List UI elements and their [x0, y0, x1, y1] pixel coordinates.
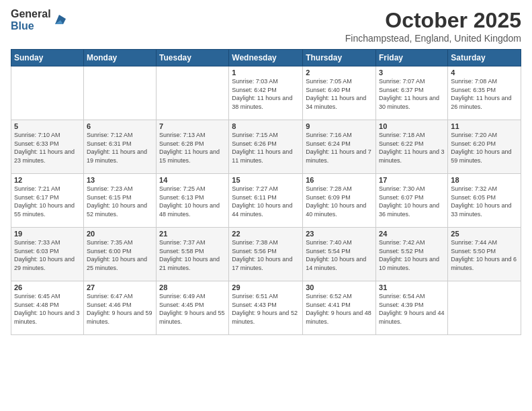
calendar-cell [83, 66, 156, 120]
weekday-header-wednesday: Wednesday [229, 50, 303, 66]
calendar-cell: 9Sunrise: 7:16 AM Sunset: 6:24 PM Daylig… [303, 120, 376, 174]
day-info: Sunrise: 6:47 AM Sunset: 4:46 PM Dayligh… [87, 292, 153, 326]
logo-blue-text: Blue [11, 20, 51, 32]
day-number: 15 [232, 176, 300, 184]
calendar-cell: 31Sunrise: 6:54 AM Sunset: 4:39 PM Dayli… [376, 281, 448, 335]
calendar-week-row: 26Sunrise: 6:45 AM Sunset: 4:48 PM Dayli… [11, 281, 521, 335]
day-number: 12 [14, 176, 81, 184]
day-info: Sunrise: 7:15 AM Sunset: 6:26 PM Dayligh… [232, 131, 300, 165]
calendar-cell: 4Sunrise: 7:08 AM Sunset: 6:35 PM Daylig… [448, 66, 521, 120]
month-title: October 2025 [345, 8, 521, 33]
day-info: Sunrise: 7:21 AM Sunset: 6:17 PM Dayligh… [14, 185, 81, 218]
calendar-cell: 23Sunrise: 7:40 AM Sunset: 5:54 PM Dayli… [303, 228, 376, 281]
day-info: Sunrise: 7:42 AM Sunset: 5:52 PM Dayligh… [379, 238, 445, 272]
calendar-table: SundayMondayTuesdayWednesdayThursdayFrid… [11, 49, 521, 335]
title-block: October 2025 Finchampstead, England, Uni… [345, 8, 521, 44]
weekday-header-friday: Friday [376, 50, 448, 66]
day-info: Sunrise: 7:32 AM Sunset: 6:05 PM Dayligh… [451, 185, 518, 218]
calendar-cell [448, 281, 521, 335]
day-number: 22 [232, 230, 300, 238]
day-number: 24 [379, 230, 445, 238]
calendar-cell: 28Sunrise: 6:49 AM Sunset: 4:45 PM Dayli… [157, 281, 229, 335]
calendar-cell: 24Sunrise: 7:42 AM Sunset: 5:52 PM Dayli… [376, 228, 448, 281]
day-info: Sunrise: 6:52 AM Sunset: 4:41 PM Dayligh… [306, 292, 373, 326]
calendar-cell: 20Sunrise: 7:35 AM Sunset: 6:00 PM Dayli… [83, 228, 156, 281]
day-number: 20 [87, 230, 153, 238]
calendar-cell: 29Sunrise: 6:51 AM Sunset: 4:43 PM Dayli… [229, 281, 303, 335]
calendar-cell: 15Sunrise: 7:27 AM Sunset: 6:11 PM Dayli… [229, 174, 303, 228]
day-number: 8 [232, 122, 300, 130]
day-info: Sunrise: 7:40 AM Sunset: 5:54 PM Dayligh… [306, 238, 373, 272]
day-info: Sunrise: 7:33 AM Sunset: 6:03 PM Dayligh… [14, 238, 81, 272]
day-info: Sunrise: 7:18 AM Sunset: 6:22 PM Dayligh… [379, 131, 445, 165]
calendar-cell: 5Sunrise: 7:10 AM Sunset: 6:33 PM Daylig… [11, 120, 84, 174]
calendar-cell: 17Sunrise: 7:30 AM Sunset: 6:07 PM Dayli… [376, 174, 448, 228]
calendar-cell: 6Sunrise: 7:12 AM Sunset: 6:31 PM Daylig… [83, 120, 156, 174]
day-number: 11 [451, 122, 518, 130]
day-number: 21 [159, 230, 226, 238]
day-info: Sunrise: 7:13 AM Sunset: 6:28 PM Dayligh… [159, 131, 226, 165]
day-number: 2 [306, 68, 373, 77]
calendar-cell: 21Sunrise: 7:37 AM Sunset: 5:58 PM Dayli… [157, 228, 229, 281]
calendar-cell: 10Sunrise: 7:18 AM Sunset: 6:22 PM Dayli… [376, 120, 448, 174]
weekday-header-thursday: Thursday [303, 50, 376, 66]
calendar-cell: 19Sunrise: 7:33 AM Sunset: 6:03 PM Dayli… [11, 228, 84, 281]
calendar-cell: 11Sunrise: 7:20 AM Sunset: 6:20 PM Dayli… [448, 120, 521, 174]
day-number: 18 [451, 176, 518, 184]
day-number: 19 [14, 230, 81, 238]
day-number: 13 [87, 176, 153, 184]
day-info: Sunrise: 6:49 AM Sunset: 4:45 PM Dayligh… [159, 292, 226, 326]
calendar-cell: 18Sunrise: 7:32 AM Sunset: 6:05 PM Dayli… [448, 174, 521, 228]
calendar-cell: 14Sunrise: 7:25 AM Sunset: 6:13 PM Dayli… [157, 174, 229, 228]
day-info: Sunrise: 7:07 AM Sunset: 6:37 PM Dayligh… [379, 77, 445, 111]
day-number: 28 [159, 283, 226, 291]
calendar-cell: 16Sunrise: 7:28 AM Sunset: 6:09 PM Dayli… [303, 174, 376, 228]
day-number: 23 [306, 230, 373, 238]
logo-general-text: General [11, 8, 51, 20]
day-info: Sunrise: 7:37 AM Sunset: 5:58 PM Dayligh… [159, 238, 226, 272]
location: Finchampstead, England, United Kingdom [345, 33, 521, 44]
calendar-cell [11, 66, 84, 120]
weekday-header-monday: Monday [83, 50, 156, 66]
day-info: Sunrise: 7:12 AM Sunset: 6:31 PM Dayligh… [87, 131, 153, 165]
weekday-header-tuesday: Tuesday [157, 50, 229, 66]
page: General Blue October 2025 Finchampstead,… [0, 0, 532, 411]
day-number: 25 [451, 230, 518, 238]
calendar-week-row: 12Sunrise: 7:21 AM Sunset: 6:17 PM Dayli… [11, 174, 521, 228]
day-info: Sunrise: 6:45 AM Sunset: 4:48 PM Dayligh… [14, 292, 81, 326]
day-info: Sunrise: 7:35 AM Sunset: 6:00 PM Dayligh… [87, 238, 153, 272]
day-number: 4 [451, 68, 518, 77]
weekday-header-saturday: Saturday [448, 50, 521, 66]
day-info: Sunrise: 7:28 AM Sunset: 6:09 PM Dayligh… [306, 185, 373, 218]
day-info: Sunrise: 7:05 AM Sunset: 6:40 PM Dayligh… [306, 77, 373, 111]
day-info: Sunrise: 7:23 AM Sunset: 6:15 PM Dayligh… [87, 185, 153, 218]
calendar-cell: 25Sunrise: 7:44 AM Sunset: 5:50 PM Dayli… [448, 228, 521, 281]
day-number: 10 [379, 122, 445, 130]
calendar-cell: 8Sunrise: 7:15 AM Sunset: 6:26 PM Daylig… [229, 120, 303, 174]
calendar-week-row: 19Sunrise: 7:33 AM Sunset: 6:03 PM Dayli… [11, 228, 521, 281]
day-info: Sunrise: 7:16 AM Sunset: 6:24 PM Dayligh… [306, 131, 373, 165]
day-number: 16 [306, 176, 373, 184]
calendar-week-row: 1Sunrise: 7:03 AM Sunset: 6:42 PM Daylig… [11, 66, 521, 120]
calendar-cell: 22Sunrise: 7:38 AM Sunset: 5:56 PM Dayli… [229, 228, 303, 281]
header: General Blue October 2025 Finchampstead,… [11, 8, 521, 44]
calendar-cell [157, 66, 229, 120]
logo-icon [52, 13, 66, 27]
calendar-cell: 12Sunrise: 7:21 AM Sunset: 6:17 PM Dayli… [11, 174, 84, 228]
weekday-header-sunday: Sunday [11, 50, 84, 66]
calendar-week-row: 5Sunrise: 7:10 AM Sunset: 6:33 PM Daylig… [11, 120, 521, 174]
day-number: 27 [87, 283, 153, 291]
calendar-cell: 2Sunrise: 7:05 AM Sunset: 6:40 PM Daylig… [303, 66, 376, 120]
calendar-cell: 26Sunrise: 6:45 AM Sunset: 4:48 PM Dayli… [11, 281, 84, 335]
day-info: Sunrise: 6:51 AM Sunset: 4:43 PM Dayligh… [232, 292, 300, 326]
calendar-cell: 13Sunrise: 7:23 AM Sunset: 6:15 PM Dayli… [83, 174, 156, 228]
calendar-cell: 1Sunrise: 7:03 AM Sunset: 6:42 PM Daylig… [229, 66, 303, 120]
calendar-cell: 3Sunrise: 7:07 AM Sunset: 6:37 PM Daylig… [376, 66, 448, 120]
day-number: 1 [232, 68, 300, 77]
day-number: 3 [379, 68, 445, 77]
day-info: Sunrise: 7:10 AM Sunset: 6:33 PM Dayligh… [14, 131, 81, 165]
day-number: 31 [379, 283, 445, 291]
day-info: Sunrise: 7:27 AM Sunset: 6:11 PM Dayligh… [232, 185, 300, 218]
day-number: 5 [14, 122, 81, 130]
weekday-header-row: SundayMondayTuesdayWednesdayThursdayFrid… [11, 50, 521, 66]
